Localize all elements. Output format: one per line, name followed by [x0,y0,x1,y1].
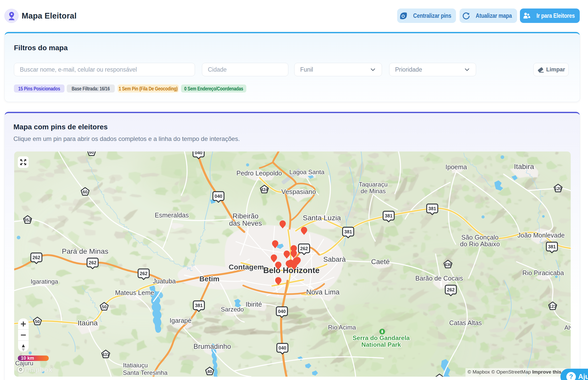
svg-text:Lagoa Santa: Lagoa Santa [289,168,325,175]
svg-text:40: 40 [207,369,212,374]
svg-text:Ibirité: Ibirité [246,300,262,308]
svg-text:431: 431 [102,352,109,357]
svg-text:381: 381 [385,213,393,218]
svg-text:262: 262 [32,255,40,260]
svg-text:040: 040 [215,194,222,199]
svg-text:262: 262 [300,246,308,251]
svg-text:Itabira: Itabira [514,163,534,171]
svg-text:Ipoema: Ipoema [445,163,467,171]
svg-text:João Monlevade: João Monlevade [517,232,565,239]
svg-text:381: 381 [428,206,436,211]
svg-text:Rio Acima: Rio Acima [328,324,356,331]
svg-text:Serra do Gandarela: Serra do Gandarela [353,334,410,341]
svg-text:Betim: Betim [199,275,219,283]
svg-text:Igarapé: Igarapé [170,317,192,324]
svg-text:262: 262 [447,287,455,292]
svg-text:Nova Lima: Nova Lima [306,288,340,296]
svg-text:Pará de Minas: Pará de Minas [62,247,109,255]
svg-text:Alv: Alv [564,324,571,331]
svg-text:Sabarà: Sabarà [323,256,346,263]
svg-text:São Gonçalo: São Gonçalo [461,234,499,241]
svg-text:Ribeirão: Ribeirão [233,212,259,220]
svg-text:Rio Piracicaba: Rio Piracicaba [522,269,564,276]
svg-text:123: 123 [549,304,556,309]
svg-text:Barão de Cocais: Barão de Cocais [415,275,463,282]
svg-text:10 km: 10 km [21,356,34,361]
svg-text:Mateus Leme: Mateus Leme [115,289,154,296]
svg-text:040: 040 [278,309,286,314]
svg-text:Esmeraldas: Esmeraldas [155,212,189,219]
svg-text:Vespasiano: Vespasiano [281,188,316,196]
svg-text:040: 040 [195,151,202,155]
svg-text:do Rio Abaixo: do Rio Abaixo [460,240,500,248]
svg-text:mapbox: mapbox [25,366,53,374]
svg-text:436: 436 [444,262,452,267]
svg-text:381: 381 [195,303,203,308]
svg-text:262: 262 [140,271,148,276]
svg-text:Catas Altas: Catas Altas [449,319,482,326]
svg-text:352: 352 [24,218,31,222]
svg-text:Itatiaiuçu: Itatiaiuçu [123,362,148,369]
svg-text:60: 60 [83,190,87,194]
svg-text:381: 381 [344,229,352,234]
svg-text:381: 381 [548,244,556,249]
svg-text:© Mapbox © OpenStreetMap Impro: © Mapbox © OpenStreetMap Improve this m [468,369,567,375]
svg-text:Taquaraçu: Taquaraçu [359,181,388,188]
svg-text:262: 262 [89,260,96,265]
svg-text:50: 50 [102,305,107,309]
svg-text:National Park: National Park [361,341,401,348]
svg-text:Santa Teresinha: Santa Teresinha [123,369,168,376]
svg-text:Caeté: Caeté [371,258,390,266]
svg-text:129: 129 [436,376,443,377]
svg-text:120: 120 [554,186,562,191]
svg-text:Contagem: Contagem [229,263,264,271]
svg-text:60: 60 [89,151,94,155]
svg-text:Brumadinho: Brumadinho [193,343,231,350]
svg-text:424: 424 [261,187,268,192]
svg-text:Belo Horizonte: Belo Horizonte [263,266,320,275]
svg-text:Itaúna: Itaúna [78,319,98,327]
svg-text:de Minas: de Minas [361,188,386,195]
svg-text:50: 50 [35,319,40,324]
svg-text:Igaratinga: Igaratinga [31,278,58,285]
svg-text:das Neves: das Neves [229,219,262,227]
svg-text:Sarzedo: Sarzedo [221,306,244,313]
svg-text:Santa Luzia: Santa Luzia [303,214,341,222]
svg-text:040: 040 [279,345,286,351]
svg-text:Juatuba: Juatuba [153,277,176,285]
svg-text:Pedro Leopoldo: Pedro Leopoldo [236,170,282,177]
